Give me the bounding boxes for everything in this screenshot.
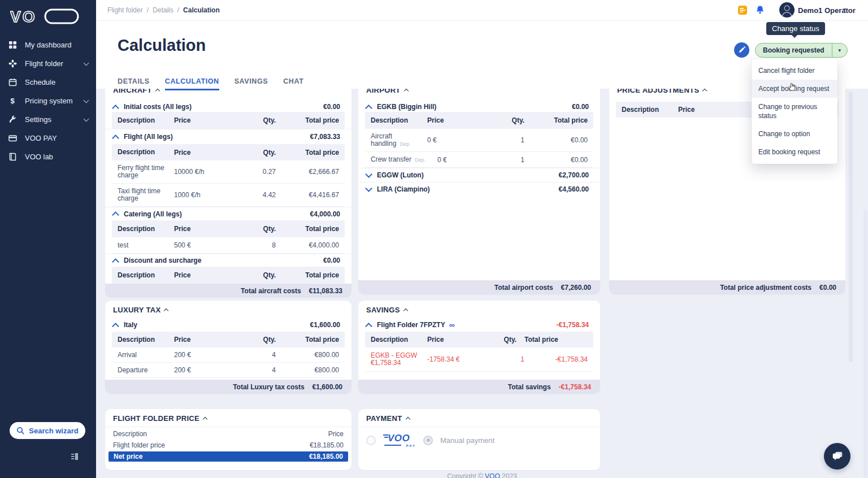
edit-button[interactable]	[734, 42, 749, 58]
collapse-chevron-icon	[203, 416, 207, 421]
breadcrumb: Flight folder / Details / Calculation	[107, 6, 220, 14]
footer-voo-link[interactable]: VOO	[485, 472, 500, 478]
chevron-down-icon	[365, 185, 372, 192]
chevron-up-icon	[365, 105, 372, 112]
sidebar-item-flight-folder[interactable]: Flight folder	[0, 54, 96, 73]
chevron-up-icon	[112, 258, 119, 266]
price-header-row: DescriptionPrice	[105, 429, 351, 438]
sidebar-item-voo-pay[interactable]: VOO PAY	[0, 129, 96, 147]
voopay-radio[interactable]	[366, 436, 376, 445]
table-row: Ferry flight time charge10000 €/h0.27€2,…	[112, 160, 345, 184]
collapse-chevron-icon	[403, 308, 407, 312]
chevron-up-icon	[112, 211, 119, 219]
pencil-icon	[738, 46, 745, 54]
breadcrumb-flight-folder[interactable]: Flight folder	[107, 6, 143, 14]
link-icon[interactable]: ∞	[449, 322, 455, 328]
manual-payment-radio[interactable]	[423, 436, 433, 445]
avatar[interactable]	[779, 2, 795, 18]
group-lira[interactable]: LIRA (Ciampino)€4,560.00	[358, 182, 600, 196]
flight-folder-price-card: FLIGHT FOLDER PRICE DescriptionPrice Fli…	[105, 409, 351, 470]
payment-card-title[interactable]: PAYMENT	[358, 409, 600, 427]
tab-calculation[interactable]: CALCULATION	[165, 77, 219, 90]
sidebar-item-voo-lab[interactable]: VOO lab	[0, 147, 96, 166]
flight-folder-icon	[8, 59, 17, 68]
card-icon	[8, 134, 17, 143]
departure-tag: Dep.	[415, 157, 426, 163]
chevron-down-icon	[365, 171, 372, 178]
tasks-icon[interactable]	[738, 6, 747, 15]
savings-card-title[interactable]: SAVINGS	[358, 301, 600, 318]
departure-tag: Dep.	[400, 141, 410, 147]
luxury-tax-card-title[interactable]: LUXURY TAX	[105, 301, 351, 318]
breadcrumb-details[interactable]: Details	[153, 6, 173, 14]
table-header: DescriptionPriceQty.Total price	[112, 144, 345, 160]
sidebar-item-my-dashboard[interactable]: My dashboard	[0, 36, 96, 54]
change-status-tooltip: Change status	[766, 22, 825, 35]
table-row: Crew transferDep.0 €1€0.00	[365, 152, 593, 168]
collapse-chevron-icon	[403, 88, 408, 93]
menu-item-change-to-previous-status[interactable]: Change to previous status	[752, 98, 837, 125]
group-eggw[interactable]: EGGW (Luton)€2,700.00	[358, 168, 600, 182]
menu-item-change-to-option[interactable]: Change to option	[752, 125, 837, 143]
voo-logo: VO	[10, 7, 83, 26]
notifications-bell-icon[interactable]	[756, 5, 765, 17]
menu-item-accept-booking-request[interactable]: Accept booking request	[752, 80, 837, 98]
airport-total-row: Total airport costs€7,260.00	[358, 280, 600, 294]
wrench-icon	[8, 115, 17, 124]
chevron-up-icon	[112, 134, 119, 142]
flight-folder-price-card-title[interactable]: FLIGHT FOLDER PRICE	[105, 409, 351, 427]
tab-details[interactable]: DETAILS	[118, 77, 150, 90]
user-name[interactable]: Demo1 Operator	[798, 6, 856, 15]
chevron-down-icon	[84, 116, 89, 122]
chevron-up-icon	[365, 323, 372, 330]
table-row: Departure200 €4€800.00	[112, 363, 345, 378]
payment-card: PAYMENT VOO PAY Manual payment	[358, 409, 600, 470]
group-discount-surcharge[interactable]: Discount and surcharge€0.00	[105, 254, 351, 267]
sidebar-item-schedule[interactable]: Schedule	[0, 73, 96, 92]
sidebar-item-pricing-system[interactable]: $ Pricing system	[0, 92, 96, 110]
user-menu-caret-icon[interactable]: ▾	[843, 6, 846, 12]
manual-payment-label: Manual payment	[440, 436, 494, 445]
dashboard-icon	[8, 41, 17, 50]
payment-options: VOO PAY Manual payment	[358, 427, 600, 453]
savings-card: SAVINGS Flight Folder 7FPZTY∞-€1,758.34 …	[358, 301, 600, 394]
chat-widget-button[interactable]	[824, 443, 850, 470]
menu-item-cancel-flight-folder[interactable]: Cancel flight folder	[752, 62, 837, 80]
tab-bar: DETAILS CALCULATION SAVINGS CHAT	[118, 77, 303, 90]
menu-item-edit-booking-request[interactable]: Edit booking request	[752, 143, 837, 161]
window-scrollbar-thumb[interactable]	[863, 210, 867, 478]
svg-text:VO: VO	[10, 8, 36, 25]
status-button[interactable]: Booking requested ▾	[755, 43, 848, 58]
savings-total-row: Total savings-€1,758.34	[358, 380, 600, 394]
group-flight-folder-7fpzty[interactable]: Flight Folder 7FPZTY∞-€1,758.34	[358, 318, 600, 332]
table-row: Taxi flight time charge1000 €/h4.42€4,41…	[112, 184, 345, 207]
search-icon	[16, 427, 24, 434]
tab-savings[interactable]: SAVINGS	[235, 77, 268, 90]
table-row: Aircraft handlingDep.0 €1€0.00	[365, 129, 593, 152]
content-scrollbar-thumb[interactable]	[849, 92, 853, 362]
breadcrumb-current: Calculation	[183, 6, 220, 14]
table-header: DescriptionPriceQty.Total price	[112, 112, 345, 129]
group-initial-costs[interactable]: Initial costs (All legs)€0.00	[105, 102, 351, 112]
collapse-chevron-icon	[702, 88, 707, 93]
aircraft-total-row: Total aircraft costs€11,083.33	[105, 284, 351, 298]
group-catering[interactable]: Catering (All legs)€4,000.00	[105, 207, 351, 220]
luxury-tax-card: LUXURY TAX Italy€1,600.00 DescriptionPri…	[105, 301, 351, 394]
dollar-icon: $	[8, 97, 17, 106]
price-adjustments-total-row: Total price adjustment costs€0.00	[609, 280, 845, 294]
sidebar-collapse-icon[interactable]	[70, 452, 79, 461]
chat-icon	[831, 450, 844, 463]
footer-copyright: Copyright © VOO 2023	[96, 472, 868, 478]
net-price-row: Net price€18,185.00	[108, 451, 348, 462]
table-header: DescriptionPriceQty.Total price	[112, 332, 345, 347]
search-wizard-button[interactable]: Search wizard	[10, 422, 85, 439]
book-icon	[8, 153, 17, 162]
status-caret-icon[interactable]: ▾	[832, 44, 847, 57]
group-flight[interactable]: Flight (All legs)€7,083.33	[105, 129, 351, 144]
luxury-tax-total-row: Total Luxury tax costs€1,600.00	[105, 380, 351, 394]
tab-chat[interactable]: CHAT	[283, 77, 303, 90]
group-italy[interactable]: Italy€1,600.00	[105, 318, 351, 332]
sidebar-item-settings[interactable]: Settings	[0, 110, 96, 129]
table-header: DescriptionPriceQty.Total price	[365, 332, 593, 347]
group-egkb[interactable]: EGKB (Biggin Hill)€0.00	[358, 102, 600, 112]
